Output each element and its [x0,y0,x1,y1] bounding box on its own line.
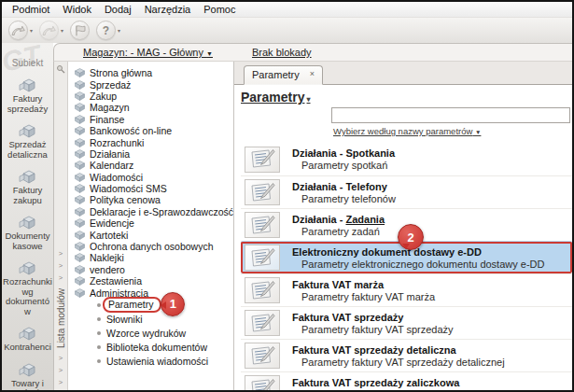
parameter-subtitle: Parametry zadań [301,226,385,237]
tree-item-label: vendero [90,264,125,275]
tree-item-6[interactable]: Rozrachunki [75,136,233,147]
module-item-3[interactable]: Dokumenty kasowe [2,212,53,251]
module-icon [16,121,40,139]
chevron-down-icon[interactable]: ▾ [118,27,120,34]
parameter-subtitle: Parametry telefonów [301,193,396,204]
tree-item-icon [75,149,85,159]
parameter-row-1[interactable]: Działania - Telefony Parametry telefonów [241,175,572,208]
note-pencil-icon [249,280,275,301]
tree-item-5[interactable]: Bankowość on-line [75,125,233,136]
tree-subitem-2[interactable]: Wzorce wydruków [75,327,233,341]
tree-item-icon [75,242,85,251]
tree-item-1[interactable]: Sprzedaż [75,78,233,90]
chevron-right-icon: > [59,355,63,362]
tree-item-10[interactable]: Wiadomości SMS [75,183,233,194]
tree-item-4[interactable]: Finanse [75,114,233,125]
filter-by-name-link[interactable]: Wybierz według nazwy parametrów ▼ [333,126,481,136]
module-item-4[interactable]: Rozrachunki wg dokumentów [2,258,53,316]
parameter-row-5[interactable]: Faktura VAT sprzedaży Parametry faktury … [241,306,572,339]
navigation-tree: Strona głównaSprzedażZakupMagazynFinanse… [68,62,234,390]
menu-item-0[interactable]: Podmiot [7,3,55,16]
document-swoosh-secondary-button[interactable]: ▾ [39,21,63,40]
note-pencil-icon [249,345,275,367]
tree-item-icon [75,207,85,217]
parameter-icon-box [245,310,280,336]
parameter-row-0[interactable]: Działania - Spotkania Parametry spotkań [241,143,572,175]
tree-item-15[interactable]: Ochrona danych osobowych [75,241,233,252]
document-swoosh-button[interactable]: ▾ [8,21,33,40]
page-title-menu[interactable]: Parametry▾ [241,90,311,105]
module-label: Kontrahenci [2,342,53,353]
tree-item-8[interactable]: Kalendarz [75,160,233,171]
tree-item-9[interactable]: Wiadomości [75,172,233,183]
module-label: Dokumenty kasowe [2,231,53,251]
tree-subitem-0[interactable]: Parametry1 [75,299,233,313]
chevron-down-icon[interactable]: ▾ [30,27,33,34]
tree-item-icon [75,68,85,77]
chevron-down-icon[interactable]: ▾ [61,27,63,34]
module-icon [16,213,40,231]
tree-item-icon [75,218,85,228]
tree-subitem-1[interactable]: Słowniki [75,313,233,327]
tree-item-icon [75,253,85,262]
menu-item-2[interactable]: Dodaj [99,3,137,16]
tree-item-label: Zestawienia [90,275,142,287]
tree-subitem-3[interactable]: Biblioteka dokumentów [75,341,233,355]
close-icon[interactable]: × [310,69,315,78]
module-item-1[interactable]: Sprzedaż detaliczna [2,120,53,160]
parameter-title: Faktura VAT sprzedaży [292,312,454,323]
note-pencil-icon [249,313,275,334]
parameter-icon-box [245,343,280,369]
flag-icon[interactable] [70,21,90,40]
document-swoosh-icon[interactable] [8,21,28,40]
tree-subitem-4[interactable]: Ustawienia wiadomości [75,355,233,369]
help-button[interactable]: ?▾ [96,21,120,40]
tree-item-13[interactable]: Ewidencje [75,217,233,229]
tree-item-17[interactable]: vendero [75,264,233,275]
module-label: Towary i usługi [2,378,53,391]
search-input[interactable] [331,107,570,123]
menu-item-3[interactable]: Narzędzia [139,3,197,16]
parameter-row-7[interactable]: Faktura VAT sprzedaży zaliczkowa Paramet… [241,371,572,390]
menu-item-1[interactable]: Widok [57,3,97,16]
menu-item-4[interactable]: Pomoc [198,3,241,16]
parameter-icon-box [245,277,280,303]
parameter-texts: Faktura VAT sprzedaży Parametry faktury … [292,312,454,335]
tree-item-18[interactable]: Zestawienia [75,275,233,287]
tree-item-label: Zakup [90,91,117,102]
parameter-row-4[interactable]: Faktura VAT marża Parametry faktury VAT … [241,273,572,306]
magazyn-selector-link[interactable]: Magazyn: - MAG - Główny ▼ [83,47,213,58]
tree-item-3[interactable]: Magazyn [75,102,233,113]
module-item-6[interactable]: Towary i usługi [2,359,53,391]
parameter-subtitle: Parametry spotkań [301,160,395,171]
context-bar: Magazyn: - MAG - Główny ▼ Brak blokady [53,43,572,62]
help-icon[interactable]: ? [96,21,116,40]
parameter-icon-box [245,147,280,173]
module-list-collapse-strip[interactable]: >>> Lista modułów >>> [54,62,68,390]
tree-item-2[interactable]: Zakup [75,91,233,102]
chevron-right-icon: > [59,250,63,258]
module-item-0[interactable]: Faktury sprzedaży [2,75,53,114]
tree-item-label: Ochrona danych osobowych [90,241,214,252]
tree-item-label: Kalendarz [90,160,133,171]
blokada-link[interactable]: Brak blokady [252,47,312,58]
note-pencil-icon [249,215,275,236]
tree-item-7[interactable]: Działania [75,148,233,160]
parameter-row-3[interactable]: Elektroniczny dokument dostawy e-DD Para… [241,241,572,273]
module-item-5[interactable]: Kontrahenci [2,323,53,353]
parameter-title: Faktura VAT sprzedaży zaliczkowa [292,377,508,388]
tree-item-11[interactable]: Polityka cenowa [75,194,233,205]
tree-item-16[interactable]: Naklejki [75,252,233,263]
flag-button[interactable] [70,21,90,40]
tree-subitem-label: Słowniki [106,314,143,325]
parameter-row-6[interactable]: Faktura VAT sprzedaży detaliczna Paramet… [241,339,572,371]
tree-item-0[interactable]: Strona główna [75,67,233,78]
magazyn-selector-label: Magazyn: - MAG - Główny [83,47,203,58]
tree-item-14[interactable]: Kartoteki [75,229,233,240]
tab-parametry[interactable]: Parametry × [244,65,323,85]
pin-icon[interactable] [56,64,65,76]
module-list-strip-label: Lista modułów [56,288,66,348]
module-item-2[interactable]: Faktury zakupu [2,166,53,205]
tree-item-12[interactable]: Deklaracje i e-Sprawozdawczość [75,206,233,217]
document-swoosh-icon[interactable] [39,21,59,40]
